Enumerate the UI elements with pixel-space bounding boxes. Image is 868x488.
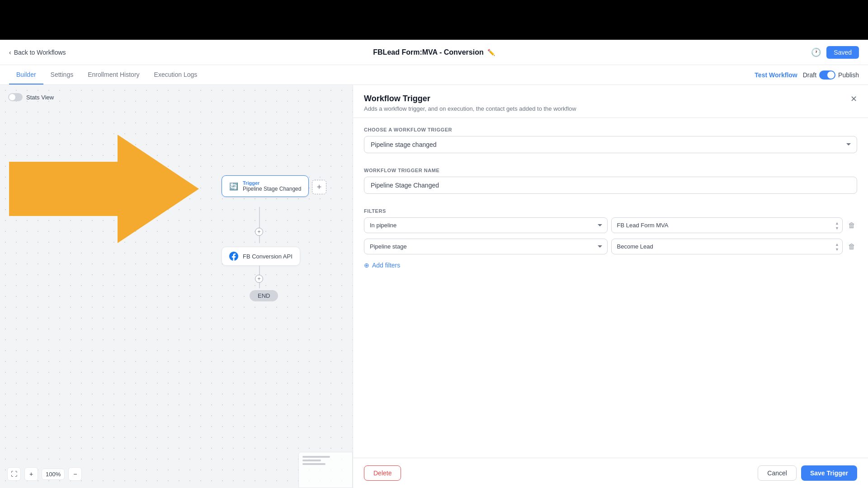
panel-close-button[interactable]: ✕ xyxy=(850,94,857,104)
back-to-workflows-link[interactable]: ‹ Back to Workflows xyxy=(9,49,66,56)
zoom-level: 100% xyxy=(42,469,65,480)
filters-label: FILTERS xyxy=(364,208,857,214)
choose-trigger-section: CHOOSE A WORKFLOW TRIGGER Pipeline stage… xyxy=(364,127,857,160)
add-filters-label: Add filters xyxy=(372,262,400,269)
publish-toggle[interactable] xyxy=(819,70,835,80)
tab-builder[interactable]: Builder xyxy=(9,66,43,84)
add-between-button-2[interactable]: + xyxy=(255,275,263,283)
canvas-area[interactable]: Stats View 🔄 Trigger Pipeline Stage Chan… xyxy=(0,85,353,488)
footer-right-buttons: Cancel Save Trigger xyxy=(758,465,857,481)
add-step-button[interactable]: + xyxy=(312,180,326,194)
filter-1-value-wrap: ▲ ▼ xyxy=(611,217,843,233)
header: ‹ Back to Workflows FBLead Form:MVA - Co… xyxy=(0,40,868,65)
filter-row-2: Pipeline stage ▲ ▼ 🗑 xyxy=(364,239,857,254)
end-node: END xyxy=(250,290,278,301)
panel-header-text: Workflow Trigger Adds a workflow trigger… xyxy=(364,94,576,112)
tab-settings[interactable]: Settings xyxy=(43,66,81,84)
back-label: Back to Workflows xyxy=(14,49,66,56)
delete-trigger-button[interactable]: Delete xyxy=(364,465,401,481)
panel-header: Workflow Trigger Adds a workflow trigger… xyxy=(353,85,868,118)
stats-toggle-switch[interactable] xyxy=(8,93,23,101)
fb-conversion-node[interactable]: FB Conversion API xyxy=(222,247,300,266)
trigger-name-section: WORKFLOW TRIGGER NAME xyxy=(364,168,857,201)
filters-section: FILTERS In pipeline ▲ ▼ 🗑 xyxy=(364,208,857,271)
draft-label: Draft xyxy=(803,71,816,79)
tab-execution-logs[interactable]: Execution Logs xyxy=(147,66,205,84)
save-trigger-button[interactable]: Save Trigger xyxy=(801,465,857,481)
zoom-in-button[interactable]: + xyxy=(24,467,38,481)
right-panel: Workflow Trigger Adds a workflow trigger… xyxy=(353,85,868,488)
nav-tabs: Builder Settings Enrollment History Exec… xyxy=(0,65,868,85)
stats-view-toggle[interactable]: Stats View xyxy=(8,93,54,101)
edit-title-icon[interactable]: ✏️ xyxy=(487,49,495,56)
main-area: Stats View 🔄 Trigger Pipeline Stage Chan… xyxy=(0,85,868,488)
workflow-title: FBLead Form:MVA - Conversion xyxy=(373,48,483,56)
stats-view-label: Stats View xyxy=(26,94,54,101)
trigger-node[interactable]: 🔄 Trigger Pipeline Stage Changed xyxy=(222,175,309,197)
chevron-left-icon: ‹ xyxy=(9,49,11,56)
add-filters-button[interactable]: ⊕ Add filters xyxy=(364,260,400,271)
canvas-bottom-toolbar: ⛶ + 100% − xyxy=(7,467,82,481)
publish-label: Publish xyxy=(838,71,859,79)
cancel-button[interactable]: Cancel xyxy=(758,465,797,481)
header-right: 🕐 Saved xyxy=(811,46,859,59)
saved-button[interactable]: Saved xyxy=(826,46,859,59)
filter-2-field[interactable]: Pipeline stage xyxy=(364,239,608,254)
minimap xyxy=(298,452,353,488)
panel-title: Workflow Trigger xyxy=(364,94,576,103)
trigger-node-label: Trigger xyxy=(243,180,301,186)
svg-marker-0 xyxy=(9,135,199,243)
plus-circle-icon: ⊕ xyxy=(364,262,369,269)
header-title-area: FBLead Form:MVA - Conversion ✏️ xyxy=(373,48,495,56)
panel-body: CHOOSE A WORKFLOW TRIGGER Pipeline stage… xyxy=(353,118,868,458)
history-icon[interactable]: 🕐 xyxy=(811,47,821,57)
expand-icon[interactable]: ⛶ xyxy=(7,467,21,481)
filter-2-value-wrap: ▲ ▼ xyxy=(611,239,843,254)
test-workflow-button[interactable]: Test Workflow xyxy=(755,71,797,79)
panel-subtitle: Adds a workflow trigger, and on executio… xyxy=(364,105,576,112)
nav-right: Test Workflow Draft Publish xyxy=(755,70,859,80)
draft-publish-toggle: Draft Publish xyxy=(803,70,859,80)
filter-row-1: In pipeline ▲ ▼ 🗑 xyxy=(364,217,857,233)
orange-arrow xyxy=(9,135,199,243)
trigger-node-sublabel: Pipeline Stage Changed xyxy=(243,186,301,192)
filter-1-arrows: ▲ ▼ xyxy=(835,221,839,230)
connector-line-1 xyxy=(259,207,260,243)
trigger-node-text: Trigger Pipeline Stage Changed xyxy=(243,180,301,192)
trigger-sync-icon: 🔄 xyxy=(229,182,238,191)
filter-2-delete-button[interactable]: 🗑 xyxy=(846,241,857,253)
filter-1-delete-button[interactable]: 🗑 xyxy=(846,220,857,231)
trigger-name-input[interactable] xyxy=(364,177,857,194)
zoom-out-button[interactable]: − xyxy=(68,467,82,481)
fb-node-label: FB Conversion API xyxy=(243,253,292,260)
facebook-icon xyxy=(229,252,238,261)
add-between-button-1[interactable]: + xyxy=(255,228,263,236)
trigger-type-dropdown[interactable]: Pipeline stage changed xyxy=(364,136,857,153)
filter-1-field[interactable]: In pipeline xyxy=(364,217,608,233)
filter-1-value[interactable] xyxy=(611,217,843,233)
minimap-content xyxy=(299,452,352,470)
top-black-bar xyxy=(0,0,868,40)
filter-2-value[interactable] xyxy=(611,239,843,254)
filter-2-arrows: ▲ ▼ xyxy=(835,242,839,251)
trigger-name-label: WORKFLOW TRIGGER NAME xyxy=(364,168,857,173)
tab-enrollment-history[interactable]: Enrollment History xyxy=(80,66,146,84)
choose-trigger-label: CHOOSE A WORKFLOW TRIGGER xyxy=(364,127,857,132)
panel-footer: Delete Cancel Save Trigger xyxy=(353,458,868,488)
